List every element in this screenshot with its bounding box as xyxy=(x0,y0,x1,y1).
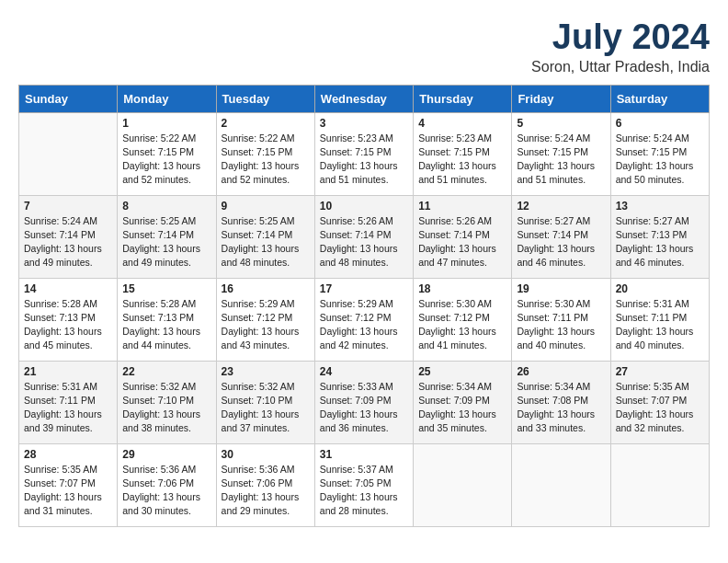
week-row-1: 1 Sunrise: 5:22 AMSunset: 7:15 PMDayligh… xyxy=(19,112,710,195)
day-number: 31 xyxy=(320,448,408,461)
calendar-cell: 15 Sunrise: 5:28 AMSunset: 7:13 PMDaylig… xyxy=(118,278,216,361)
day-info: Sunrise: 5:27 AMSunset: 7:13 PMDaylight:… xyxy=(616,214,704,270)
week-row-4: 21 Sunrise: 5:31 AMSunset: 7:11 PMDaylig… xyxy=(19,361,710,443)
calendar-cell: 28 Sunrise: 5:35 AMSunset: 7:07 PMDaylig… xyxy=(19,443,118,526)
day-number: 5 xyxy=(517,117,605,130)
day-info: Sunrise: 5:36 AMSunset: 7:06 PMDaylight:… xyxy=(122,463,210,519)
weekday-header-thursday: Thursday xyxy=(414,85,512,112)
calendar-cell: 19 Sunrise: 5:30 AMSunset: 7:11 PMDaylig… xyxy=(512,278,610,361)
day-number: 18 xyxy=(418,282,506,295)
day-info: Sunrise: 5:36 AMSunset: 7:06 PMDaylight:… xyxy=(222,463,310,519)
day-number: 11 xyxy=(418,200,506,213)
calendar-cell: 25 Sunrise: 5:34 AMSunset: 7:09 PMDaylig… xyxy=(414,361,512,443)
weekday-header-tuesday: Tuesday xyxy=(216,85,314,112)
calendar-cell: 8 Sunrise: 5:25 AMSunset: 7:14 PMDayligh… xyxy=(118,195,216,278)
day-info: Sunrise: 5:28 AMSunset: 7:13 PMDaylight:… xyxy=(122,297,210,353)
day-number: 21 xyxy=(24,365,112,378)
title-section: July 2024 Soron, Uttar Pradesh, India xyxy=(531,18,710,75)
day-info: Sunrise: 5:32 AMSunset: 7:10 PMDaylight:… xyxy=(222,380,310,436)
calendar-cell: 4 Sunrise: 5:23 AMSunset: 7:15 PMDayligh… xyxy=(414,112,512,195)
day-number: 1 xyxy=(122,117,210,130)
calendar-cell: 26 Sunrise: 5:34 AMSunset: 7:08 PMDaylig… xyxy=(512,361,610,443)
day-number: 4 xyxy=(418,117,506,130)
day-number: 6 xyxy=(616,117,704,130)
day-info: Sunrise: 5:26 AMSunset: 7:14 PMDaylight:… xyxy=(418,214,506,270)
day-number: 15 xyxy=(122,282,210,295)
calendar-cell: 7 Sunrise: 5:24 AMSunset: 7:14 PMDayligh… xyxy=(19,195,118,278)
weekday-header-monday: Monday xyxy=(118,85,216,112)
weekday-header-friday: Friday xyxy=(512,85,610,112)
day-number: 27 xyxy=(616,365,704,378)
day-info: Sunrise: 5:27 AMSunset: 7:14 PMDaylight:… xyxy=(517,214,605,270)
week-row-5: 28 Sunrise: 5:35 AMSunset: 7:07 PMDaylig… xyxy=(19,443,710,526)
calendar-cell: 13 Sunrise: 5:27 AMSunset: 7:13 PMDaylig… xyxy=(610,195,709,278)
calendar-cell: 29 Sunrise: 5:36 AMSunset: 7:06 PMDaylig… xyxy=(118,443,216,526)
weekday-header-saturday: Saturday xyxy=(610,85,709,112)
weekday-header-wednesday: Wednesday xyxy=(314,85,413,112)
calendar-cell: 30 Sunrise: 5:36 AMSunset: 7:06 PMDaylig… xyxy=(216,443,314,526)
day-info: Sunrise: 5:29 AMSunset: 7:12 PMDaylight:… xyxy=(320,297,408,353)
calendar-cell: 12 Sunrise: 5:27 AMSunset: 7:14 PMDaylig… xyxy=(512,195,610,278)
weekday-header-sunday: Sunday xyxy=(19,85,118,112)
calendar-cell: 3 Sunrise: 5:23 AMSunset: 7:15 PMDayligh… xyxy=(314,112,413,195)
day-number: 9 xyxy=(222,200,310,213)
calendar-cell: 17 Sunrise: 5:29 AMSunset: 7:12 PMDaylig… xyxy=(314,278,413,361)
day-info: Sunrise: 5:25 AMSunset: 7:14 PMDaylight:… xyxy=(122,214,210,270)
day-info: Sunrise: 5:35 AMSunset: 7:07 PMDaylight:… xyxy=(616,380,704,436)
calendar-cell: 5 Sunrise: 5:24 AMSunset: 7:15 PMDayligh… xyxy=(512,112,610,195)
day-info: Sunrise: 5:25 AMSunset: 7:14 PMDaylight:… xyxy=(222,214,310,270)
day-info: Sunrise: 5:24 AMSunset: 7:14 PMDaylight:… xyxy=(24,214,112,270)
calendar-cell: 16 Sunrise: 5:29 AMSunset: 7:12 PMDaylig… xyxy=(216,278,314,361)
calendar-cell: 11 Sunrise: 5:26 AMSunset: 7:14 PMDaylig… xyxy=(414,195,512,278)
day-number: 30 xyxy=(222,448,310,461)
day-info: Sunrise: 5:30 AMSunset: 7:11 PMDaylight:… xyxy=(517,297,605,353)
day-number: 7 xyxy=(24,200,112,213)
day-info: Sunrise: 5:23 AMSunset: 7:15 PMDaylight:… xyxy=(418,132,506,188)
day-number: 29 xyxy=(122,448,210,461)
day-info: Sunrise: 5:30 AMSunset: 7:12 PMDaylight:… xyxy=(418,297,506,353)
calendar-cell: 22 Sunrise: 5:32 AMSunset: 7:10 PMDaylig… xyxy=(118,361,216,443)
calendar-table: SundayMondayTuesdayWednesdayThursdayFrid… xyxy=(18,85,710,527)
calendar-cell: 10 Sunrise: 5:26 AMSunset: 7:14 PMDaylig… xyxy=(314,195,413,278)
day-number: 17 xyxy=(320,282,408,295)
day-number: 19 xyxy=(517,282,605,295)
day-info: Sunrise: 5:31 AMSunset: 7:11 PMDaylight:… xyxy=(24,380,112,436)
day-info: Sunrise: 5:34 AMSunset: 7:09 PMDaylight:… xyxy=(418,380,506,436)
day-number: 28 xyxy=(24,448,112,461)
day-number: 13 xyxy=(616,200,704,213)
day-number: 26 xyxy=(517,365,605,378)
day-number: 14 xyxy=(24,282,112,295)
week-row-3: 14 Sunrise: 5:28 AMSunset: 7:13 PMDaylig… xyxy=(19,278,710,361)
calendar-cell: 9 Sunrise: 5:25 AMSunset: 7:14 PMDayligh… xyxy=(216,195,314,278)
calendar-cell: 23 Sunrise: 5:32 AMSunset: 7:10 PMDaylig… xyxy=(216,361,314,443)
day-number: 22 xyxy=(122,365,210,378)
day-info: Sunrise: 5:34 AMSunset: 7:08 PMDaylight:… xyxy=(517,380,605,436)
location-subtitle: Soron, Uttar Pradesh, India xyxy=(531,59,710,75)
day-info: Sunrise: 5:22 AMSunset: 7:15 PMDaylight:… xyxy=(122,132,210,188)
day-info: Sunrise: 5:32 AMSunset: 7:10 PMDaylight:… xyxy=(122,380,210,436)
calendar-cell: 24 Sunrise: 5:33 AMSunset: 7:09 PMDaylig… xyxy=(314,361,413,443)
calendar-cell: 21 Sunrise: 5:31 AMSunset: 7:11 PMDaylig… xyxy=(19,361,118,443)
calendar-cell: 27 Sunrise: 5:35 AMSunset: 7:07 PMDaylig… xyxy=(610,361,709,443)
calendar-cell: 6 Sunrise: 5:24 AMSunset: 7:15 PMDayligh… xyxy=(610,112,709,195)
calendar-cell xyxy=(512,443,610,526)
day-number: 2 xyxy=(222,117,310,130)
weekday-header-row: SundayMondayTuesdayWednesdayThursdayFrid… xyxy=(19,85,710,112)
day-info: Sunrise: 5:37 AMSunset: 7:05 PMDaylight:… xyxy=(320,463,408,519)
day-info: Sunrise: 5:24 AMSunset: 7:15 PMDaylight:… xyxy=(616,132,704,188)
day-number: 23 xyxy=(222,365,310,378)
month-year-title: July 2024 xyxy=(531,18,710,57)
calendar-cell: 1 Sunrise: 5:22 AMSunset: 7:15 PMDayligh… xyxy=(118,112,216,195)
day-info: Sunrise: 5:31 AMSunset: 7:11 PMDaylight:… xyxy=(616,297,704,353)
calendar-cell: 14 Sunrise: 5:28 AMSunset: 7:13 PMDaylig… xyxy=(19,278,118,361)
calendar-cell xyxy=(610,443,709,526)
day-number: 8 xyxy=(122,200,210,213)
day-number: 3 xyxy=(320,117,408,130)
day-info: Sunrise: 5:29 AMSunset: 7:12 PMDaylight:… xyxy=(222,297,310,353)
calendar-cell xyxy=(414,443,512,526)
day-info: Sunrise: 5:26 AMSunset: 7:14 PMDaylight:… xyxy=(320,214,408,270)
day-info: Sunrise: 5:33 AMSunset: 7:09 PMDaylight:… xyxy=(320,380,408,436)
day-number: 12 xyxy=(517,200,605,213)
calendar-cell: 18 Sunrise: 5:30 AMSunset: 7:12 PMDaylig… xyxy=(414,278,512,361)
day-info: Sunrise: 5:35 AMSunset: 7:07 PMDaylight:… xyxy=(24,463,112,519)
